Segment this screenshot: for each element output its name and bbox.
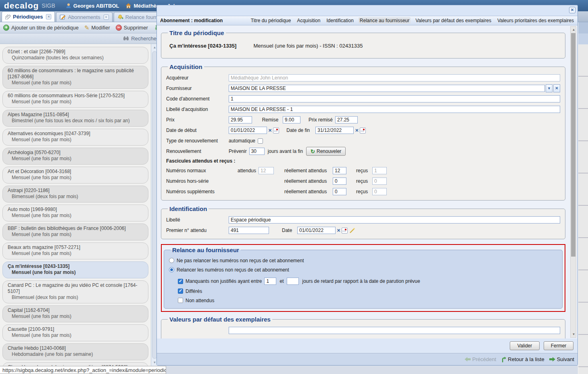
list-item[interactable]: Astrapi [0220-1186]Bimensuel (deux fois …	[2, 186, 148, 203]
differes-checkbox[interactable]	[178, 288, 183, 294]
recus-field	[372, 188, 387, 195]
clear-fournisseur-icon[interactable]: ✕	[553, 84, 560, 92]
periodical-title: Causette [2100-9791]	[8, 326, 143, 332]
modal-nav-link[interactable]: Titre du périodique	[250, 17, 292, 24]
list-item[interactable]: Capital [1162-6704]Mensuel (une fois par…	[2, 305, 148, 322]
list-item[interactable]: Canard PC : Le magazine du jeu vidéo PC …	[2, 280, 148, 303]
libelle-label: Libellé	[166, 217, 229, 223]
calendar-icon[interactable]	[273, 127, 279, 134]
premier-numero-field[interactable]	[229, 227, 269, 234]
valider-button[interactable]: Valider	[510, 341, 540, 350]
prevenir-field[interactable]	[249, 148, 265, 155]
recus-label: reçus	[356, 168, 372, 173]
clear-date-icon[interactable]: ✕	[337, 228, 340, 233]
libelle-field[interactable]	[229, 216, 560, 224]
delete-button[interactable]: − Supprimer	[116, 25, 148, 31]
list-item[interactable]: Beaux arts magazine [0757-2271]Mensuel (…	[2, 242, 148, 259]
modal-nav-link[interactable]: Relance au fournisseur	[359, 17, 411, 24]
periodical-frequency: Bimensuel (deux fois par mois)	[8, 295, 143, 301]
periodical-title: Canard PC : Le magazine du jeu vidéo PC …	[8, 282, 143, 295]
tab-abonnements[interactable]: Abonnements ✕	[56, 12, 112, 22]
modal-nav-link[interactable]: Valeurs par défaut des exemplaires	[414, 17, 492, 24]
clear-date-icon[interactable]: ✕	[355, 128, 359, 133]
retour-liste-button[interactable]: Retour à la liste	[501, 356, 544, 362]
jours-min-field[interactable]	[264, 278, 276, 285]
valeurs-defaut-field[interactable]	[229, 327, 560, 334]
list-item[interactable]: Auto moto [1969-9980]Mensuel (une fois p…	[2, 205, 148, 221]
tab-close-icon[interactable]: ✕	[46, 14, 51, 19]
search-bar[interactable]: Recherche	[0, 33, 157, 44]
list-item[interactable]: Ça m'intéresse [0243-1335]Mensuel (une f…	[2, 261, 148, 278]
identification-date-field[interactable]	[297, 227, 336, 234]
jours-max-field[interactable]	[287, 278, 299, 285]
tab-label: Abonnements	[68, 14, 100, 20]
libelle-acquisition-field[interactable]	[229, 106, 560, 113]
modal-top-strip: ✕	[157, 5, 578, 16]
list-item[interactable]: Archéologia [0570-6270]Mensuel (une fois…	[2, 148, 148, 165]
reellement-attendus-field[interactable]	[333, 167, 346, 174]
fournisseur-field[interactable]	[229, 85, 545, 92]
scroll-down-icon[interactable]: ▼	[571, 331, 577, 337]
subscription-modal: ✕ Abonnement : modification Titre du pér…	[156, 5, 578, 366]
prix-remise-field[interactable]	[335, 116, 358, 123]
automatique-checkbox[interactable]	[258, 138, 263, 144]
list-item[interactable]: BBF : bulletin des bibliothèques de Fran…	[2, 224, 148, 240]
code-abonnement-field[interactable]	[229, 95, 560, 102]
user-name: Georges ABITBOL	[73, 3, 119, 9]
suivant-button[interactable]: Suivant	[549, 356, 574, 362]
renouveler-button[interactable]: ↻ Renouveler	[306, 147, 346, 156]
date-debut-field[interactable]	[229, 127, 267, 134]
reellement-attendus-field[interactable]	[333, 188, 346, 195]
manquants-checkbox[interactable]	[178, 279, 183, 284]
add-periodical-button[interactable]: + Ajouter un titre de périodique	[3, 25, 79, 31]
tab-periodiques[interactable]: Périodiques ✕	[2, 11, 55, 22]
list-item[interactable]: 60 millions de consommateurs Hors-Série …	[2, 91, 148, 108]
list-item[interactable]: Causette [2100-9791]Mensuel (une fois pa…	[2, 324, 148, 341]
chevron-down-icon[interactable]: ▼	[546, 84, 553, 92]
prix-field[interactable]	[229, 116, 252, 123]
periodical-frequency: Mensuel (une fois par mois)	[8, 313, 143, 320]
periodical-title: Alpes Magazine [1151-0854]	[8, 112, 143, 118]
close-icon[interactable]: ✕	[569, 7, 575, 13]
modal-nav-link[interactable]: Identification	[325, 17, 354, 24]
reellement-attendus-label: réellement attendus	[284, 178, 333, 184]
modal-title: Abonnement : modification	[160, 18, 223, 23]
list-item[interactable]: Alternatives économiques [0247-3739]Mens…	[2, 129, 148, 146]
ne-pas-relancer-radio[interactable]	[169, 258, 174, 263]
non-attendus-checkbox[interactable]	[178, 298, 183, 303]
clear-date-icon[interactable]: ✕	[268, 128, 272, 133]
list-item[interactable]: 01net : et clair [2266-7989]Quinzomadair…	[2, 47, 148, 64]
periodical-frequency: Mensuel (une fois par mois)	[8, 251, 143, 257]
list-item[interactable]: Charlie Hebdo [1240-0068]Hebdomadaire (u…	[2, 343, 148, 360]
scroll-up-icon[interactable]: ▲	[571, 27, 577, 33]
modify-button[interactable]: ✎ Modifier	[84, 24, 110, 31]
date-fin-field[interactable]	[315, 127, 354, 134]
scrollbar-thumb[interactable]	[571, 33, 575, 257]
minus-icon: −	[116, 25, 122, 31]
list-item[interactable]: 60 millions de consommateurs : le magazi…	[2, 66, 148, 89]
user-menu[interactable]: Georges ABITBOL	[66, 3, 119, 9]
numeros-hors-serie-label: Numéros hors-série	[166, 178, 229, 184]
add-icon: +	[3, 25, 9, 31]
precedent-button[interactable]: Précédent	[465, 356, 496, 362]
modal-nav-link[interactable]: Acquisition	[296, 17, 321, 24]
calendar-icon[interactable]	[342, 228, 348, 234]
wand-icon[interactable]	[349, 227, 356, 234]
type-renouvellement-label: Type de renouvellement	[166, 138, 229, 144]
calendar-icon[interactable]	[360, 127, 366, 134]
modal-scrollbar[interactable]: ▲ ▼	[570, 26, 576, 338]
section-relance-legend: Relance au fournisseur	[171, 247, 241, 253]
retour-liste-label: Retour à la liste	[508, 356, 544, 362]
tab-close-icon[interactable]: ✕	[104, 15, 109, 20]
ne-pas-relancer-label: Ne pas relancer les numéros non reçus de…	[177, 258, 304, 263]
remise-field[interactable]	[283, 116, 300, 123]
list-item[interactable]: Cheval love : le mag' des jeunes cavaliè…	[2, 362, 148, 366]
list-item[interactable]: Alpes Magazine [1151-0854]Bimestriel (un…	[2, 110, 148, 127]
relancer-radio[interactable]	[169, 267, 174, 272]
reellement-attendus-field[interactable]	[333, 178, 346, 185]
fermer-button[interactable]: Fermer	[544, 341, 573, 350]
list-item[interactable]: Art et Décoration [0004-3168]Mensuel (un…	[2, 167, 148, 184]
attendus-label: attendus	[229, 168, 256, 173]
periodical-title: Art et Décoration [0004-3168]	[8, 169, 143, 175]
modal-nav-link[interactable]: Valeurs prioritaires des exemplaires	[496, 17, 575, 24]
